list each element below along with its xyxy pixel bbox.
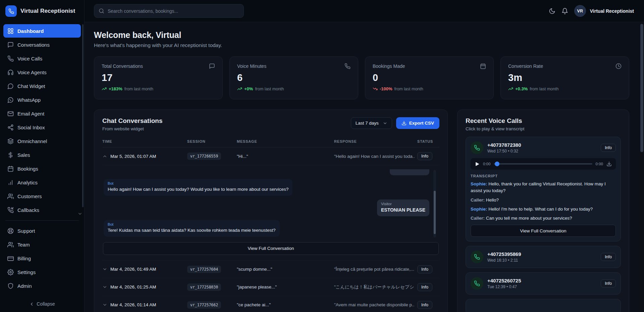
info-button[interactable]: Info <box>417 301 432 309</box>
content-row: Chat Conversations From website widget L… <box>94 109 629 312</box>
trend-up-icon <box>102 86 107 91</box>
sidebar-scrollbar-thumb[interactable] <box>82 24 84 207</box>
sidebar-item-sales[interactable]: Sales <box>3 148 81 162</box>
sidebar-item-settings[interactable]: Settings <box>3 265 81 279</box>
table-row[interactable]: Mar 4, 2026, 01:14 AM vr_177257662 "ce p… <box>102 296 439 312</box>
recent-voice-calls-panel: Recent Voice Calls Click to play & view … <box>457 109 629 312</box>
sidebar-item-voice-agents[interactable]: Voice Agents <box>3 65 81 79</box>
export-csv-button[interactable]: Export CSV <box>396 117 439 129</box>
transcript-label: TRANSCRIPT <box>471 174 616 178</box>
user-avatar[interactable]: VR <box>574 5 586 17</box>
page-scrollbar-thumb[interactable] <box>640 24 643 152</box>
voice-call-card-expanded: +40737872380 Wed 17:50 • 0:32 Info 0:00 … <box>466 137 621 241</box>
phone-icon <box>7 55 14 62</box>
sidebar-item-bookings[interactable]: Bookings <box>3 162 81 175</box>
mail-icon <box>7 110 14 117</box>
row-response: "こんにちは！私はバーチャルレセプショ... <box>334 284 415 290</box>
sidebar-item-social-inbox[interactable]: Social Inbox <box>3 121 81 134</box>
stat-label: Voice Minutes <box>237 63 266 69</box>
voice-call-card[interactable]: +40725395869 Wed 16:10 • 2:11 Info <box>466 246 621 268</box>
voice-panel-title: Recent Voice Calls <box>466 117 621 125</box>
chevron-down-icon[interactable] <box>102 284 107 289</box>
date-range-select[interactable]: Last 7 days <box>351 117 392 129</box>
table-row[interactable]: Mar 5, 2026, 01:07 AM vr_177266559 "Hi..… <box>102 147 439 165</box>
nav-label: Sales <box>17 152 30 158</box>
sidebar-item-chat-widget[interactable]: Chat Widget <box>3 79 81 93</box>
sidebar-item-customers[interactable]: Customers <box>3 189 81 203</box>
transcript-text: Hello, thank you for calling Virtual Rec… <box>471 181 606 193</box>
view-full-conversation-button[interactable]: View Full Conversation <box>471 225 616 237</box>
transcript-text: Hello! I'm here to help. What can I do f… <box>488 207 593 212</box>
view-full-conversation-button[interactable]: View Full Conversation <box>103 242 439 255</box>
sidebar-item-support[interactable]: Support <box>3 224 81 237</box>
transcript: Sophie: Hello, thank you for calling Vir… <box>471 181 616 222</box>
app-title: Virtual Receptionist <box>20 8 75 14</box>
sidebar-item-email-agent[interactable]: Email Agent <box>3 107 81 120</box>
sender-label: Visitor <box>381 202 425 206</box>
headphones-icon <box>7 69 14 76</box>
session-id: vr_177257662 <box>187 301 221 309</box>
call-number: +40725260725 <box>487 278 521 283</box>
table-row[interactable]: Mar 4, 2026, 01:49 AM vr_177257604 "scum… <box>102 261 439 278</box>
info-button[interactable]: Info <box>417 152 432 160</box>
sidebar-item-omnichannel[interactable]: Omnichannel <box>3 134 81 148</box>
chevron-down-icon[interactable] <box>102 302 107 307</box>
chat-scrollbar-thumb[interactable] <box>434 191 436 234</box>
calendar-icon <box>480 63 486 69</box>
info-button[interactable]: Info <box>601 144 616 152</box>
row-message: "ce pachete ai..." <box>237 302 331 307</box>
slider-knob[interactable] <box>495 162 499 166</box>
info-button[interactable]: Info <box>417 265 432 273</box>
chevron-up-icon[interactable] <box>102 154 107 159</box>
sidebar-item-conversations[interactable]: Conversations <box>3 38 81 51</box>
sidebar-item-dashboard[interactable]: Dashboard <box>3 24 81 38</box>
stat-change: +0% <box>244 86 253 91</box>
whatsapp-icon <box>7 97 14 103</box>
table-row[interactable]: Mar 4, 2026, 01:25 AM vr_177258030 "japa… <box>102 278 439 296</box>
gear-icon <box>7 269 14 275</box>
sidebar-item-billing[interactable]: Billing <box>3 252 81 265</box>
expanded-conversation: Bot Hello again! How can I assist you to… <box>102 165 439 261</box>
user-name: Virtual Receptionist <box>590 8 634 14</box>
chat-panel-subtitle: From website widget <box>102 126 162 131</box>
sidebar-item-whatsapp[interactable]: WhatsApp <box>3 93 81 106</box>
duration-time: 0:00 <box>596 162 603 166</box>
download-icon <box>401 121 407 126</box>
info-button[interactable]: Info <box>601 253 616 261</box>
transcript-line: Sophie: Hello! I'm here to help. What ca… <box>471 206 616 213</box>
sender-label: Bot <box>108 181 288 185</box>
stat-label: Total Conversations <box>102 63 143 69</box>
stat-value: 0 <box>373 72 486 83</box>
theme-toggle-button[interactable] <box>549 8 555 14</box>
seek-slider[interactable] <box>494 163 592 165</box>
nav-label: Callbacks <box>17 207 39 213</box>
trend-down-icon <box>373 86 378 91</box>
search-input[interactable] <box>108 8 239 14</box>
sender-label: Bot <box>108 222 276 226</box>
info-button[interactable]: Info <box>417 283 432 291</box>
bell-icon <box>561 8 568 14</box>
phone-icon <box>8 8 14 14</box>
voice-call-card-partial[interactable] <box>466 299 621 312</box>
stat-label: Conversion Rate <box>508 63 543 69</box>
stats-row: Total Conversations 17 +183%from last mo… <box>94 56 629 99</box>
stat-note: from last month <box>124 87 153 91</box>
nav-label: Social Inbox <box>17 125 45 130</box>
sidebar-item-callbacks[interactable]: Callbacks <box>3 203 81 217</box>
play-button[interactable] <box>475 162 480 167</box>
page-subtitle: Here's what's happening with your AI rec… <box>94 42 629 48</box>
info-button[interactable]: Info <box>601 279 616 287</box>
sidebar-item-analytics[interactable]: Analytics <box>3 176 81 189</box>
nav-label: WhatsApp <box>17 97 41 103</box>
nav-label: Voice Calls <box>17 56 42 61</box>
chevron-down-icon[interactable] <box>102 267 107 272</box>
sidebar-item-voice-calls[interactable]: Voice Calls <box>3 52 81 65</box>
sidebar-item-team[interactable]: Team <box>3 238 81 251</box>
nav-label: Chat Widget <box>17 83 45 89</box>
voice-call-card[interactable]: +40725260725 Tue 12:39 • 0:47 Info <box>466 272 621 295</box>
download-recording-button[interactable] <box>606 161 612 167</box>
collapse-button[interactable]: Collapse <box>0 301 84 307</box>
bot-message-bubble: Bot Hello again! How can I assist you to… <box>104 179 292 196</box>
sidebar-item-admin[interactable]: Admin <box>3 279 81 293</box>
notifications-button[interactable] <box>561 8 568 14</box>
